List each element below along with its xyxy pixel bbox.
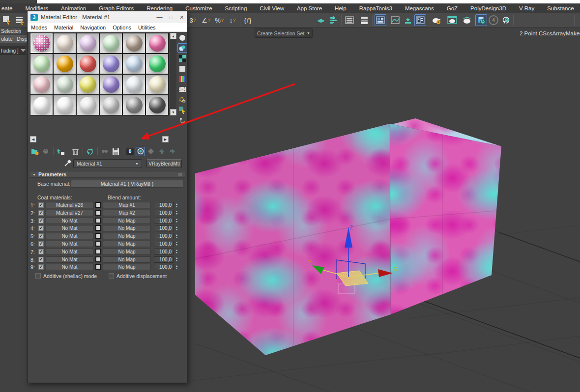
blend-amount-spinner[interactable]: ▲▼ [174, 210, 179, 216]
menu-item[interactable]: Customize [179, 5, 218, 11]
blend-amount-field[interactable]: 100,0 [154, 218, 174, 224]
menu-item[interactable]: Help [328, 5, 353, 11]
coat-enable-checkbox[interactable]: ✔ [38, 225, 44, 231]
menu-item[interactable]: Animation [55, 5, 92, 11]
frame-counter-icon[interactable]: 4 [488, 14, 499, 26]
material-sample[interactable] [100, 95, 122, 115]
coat-material-button[interactable]: No Mat [46, 241, 93, 247]
menu-item[interactable]: V-Ray [513, 5, 541, 11]
left-panel-tabs[interactable]: ulate Disp [0, 35, 29, 43]
filter-icon[interactable] [21, 49, 26, 52]
edit-named-selection-sets-icon[interactable]: {ƒ} [242, 14, 254, 26]
select-by-material-icon[interactable] [177, 105, 187, 114]
material-editor-menu-item[interactable]: Modes [28, 25, 51, 30]
go-to-sibling-icon[interactable] [168, 147, 177, 156]
menu-item[interactable]: Civil View [253, 5, 290, 11]
blend-amount-spinner[interactable]: ▲▼ [174, 264, 179, 270]
coat-material-button[interactable]: No Mat [46, 249, 93, 255]
material-id-channel-button[interactable]: 0 [126, 148, 134, 155]
material-sample[interactable] [77, 95, 99, 115]
select-object-icon[interactable] [1, 14, 13, 26]
coat-enable-checkbox[interactable]: ✔ [38, 249, 44, 254]
options-icon[interactable] [177, 95, 187, 104]
render-flyout-icon[interactable] [475, 14, 487, 26]
sample-uv-tiling-icon[interactable] [177, 64, 187, 73]
blend-map-button[interactable]: No Map [103, 233, 151, 239]
backlight-icon[interactable] [177, 43, 187, 53]
blend-amount-field[interactable]: 100,0 [154, 210, 174, 216]
dock-toggle-icon[interactable] [402, 14, 414, 26]
additive-shellac-checkbox[interactable] [35, 273, 41, 279]
material-sample[interactable] [54, 33, 76, 53]
blend-amount-spinner[interactable]: ▲▼ [174, 225, 179, 231]
material-editor-menu-item[interactable]: Options [109, 25, 135, 30]
material-sample[interactable] [100, 75, 122, 94]
material-editor-menu-item[interactable]: Navigation [77, 25, 109, 30]
blend-amount-spinner[interactable]: ▲▼ [174, 202, 179, 208]
ribbon-toggle-icon[interactable] [375, 14, 386, 26]
scroll-down-icon[interactable]: ▼ [170, 109, 176, 115]
coat-material-button[interactable]: Material #27 [46, 210, 93, 216]
tab-simulate[interactable]: ulate [1, 36, 13, 42]
coat-enable-checkbox[interactable]: ✔ [38, 241, 44, 247]
coat-enable-checkbox[interactable]: ✔ [38, 264, 44, 270]
material-sample[interactable] [77, 75, 99, 94]
material-sample[interactable] [77, 33, 99, 53]
coat-color-swatch[interactable] [95, 218, 101, 224]
pick-material-eyedropper-icon[interactable] [63, 160, 71, 168]
material-sample[interactable] [54, 54, 76, 74]
coat-color-swatch[interactable] [95, 233, 101, 239]
percent-snap-icon[interactable]: %? [213, 14, 225, 26]
angle-snap-icon[interactable]: ∠? [200, 14, 212, 26]
blend-amount-field[interactable]: 100,0 [154, 249, 174, 255]
coat-material-button[interactable]: No Mat [46, 225, 93, 231]
render-iterative-icon[interactable] [500, 14, 512, 26]
spinner-snap-icon[interactable]: ↕? [227, 14, 238, 26]
left-panel-selection-tab[interactable]: Selection [0, 28, 21, 34]
rendered-frame-window-icon[interactable] [446, 14, 458, 26]
left-panel-shading[interactable]: hading ] [0, 46, 26, 55]
material-sample[interactable] [146, 75, 168, 94]
material-sample[interactable] [123, 95, 145, 115]
show-end-result-icon[interactable] [146, 147, 156, 156]
sample-scrollbar[interactable]: ▲ ▼ [170, 33, 176, 115]
snaps-toggle-icon[interactable]: 3? [187, 14, 199, 26]
menu-item[interactable]: Megascans [399, 5, 440, 11]
material-sample[interactable] [123, 75, 145, 94]
material-sample[interactable] [54, 95, 76, 115]
material-sample[interactable] [123, 33, 145, 53]
put-to-scene-icon[interactable] [41, 147, 51, 156]
material-editor-menu-item[interactable]: Material [51, 25, 77, 30]
tab-display[interactable]: Disp [17, 36, 28, 42]
blend-amount-spinner[interactable]: ▲▼ [174, 249, 179, 255]
menu-item[interactable]: App Store [290, 5, 328, 11]
blend-map-button[interactable]: No Map [103, 241, 151, 247]
menu-item[interactable]: Substance [541, 5, 580, 11]
material-sample[interactable] [123, 54, 145, 74]
blend-map-button[interactable]: Map #1 [103, 202, 151, 208]
material-sample[interactable] [100, 54, 122, 74]
curve-editor-icon[interactable] [389, 14, 401, 26]
maximize-button[interactable]: □ [170, 14, 173, 21]
blend-amount-field[interactable]: 100,0 [154, 256, 174, 263]
material-sample[interactable] [30, 54, 53, 74]
reset-material-icon[interactable] [71, 147, 80, 156]
coat-enable-checkbox[interactable]: ✔ [38, 210, 44, 216]
blend-amount-field[interactable]: 100,0 [154, 202, 174, 208]
blend-map-button[interactable]: No Map [103, 225, 151, 231]
toolbar-button-csarraymaker[interactable]: csArrayMaker [542, 28, 580, 39]
material-sample[interactable] [54, 75, 76, 94]
close-button[interactable]: × [180, 13, 184, 21]
put-to-library-icon[interactable] [100, 147, 110, 156]
blend-map-button[interactable]: No Map [103, 264, 151, 270]
blend-amount-field[interactable]: 100,0 [154, 264, 174, 270]
named-selection-set-dropdown[interactable]: Create Selection Set ▼ [255, 28, 313, 38]
coat-enable-checkbox[interactable]: ✔ [38, 257, 44, 262]
menu-item[interactable]: Rendering [140, 5, 179, 11]
menu-item[interactable]: GoZ [440, 5, 464, 11]
blend-amount-spinner[interactable]: ▲▼ [174, 241, 179, 247]
base-material-button[interactable]: Material #1 ( VRayMtl ) [71, 180, 183, 188]
coat-color-swatch[interactable] [95, 241, 101, 247]
get-material-icon[interactable] [30, 147, 40, 156]
show-shaded-material-in-viewport-icon[interactable] [136, 147, 145, 156]
